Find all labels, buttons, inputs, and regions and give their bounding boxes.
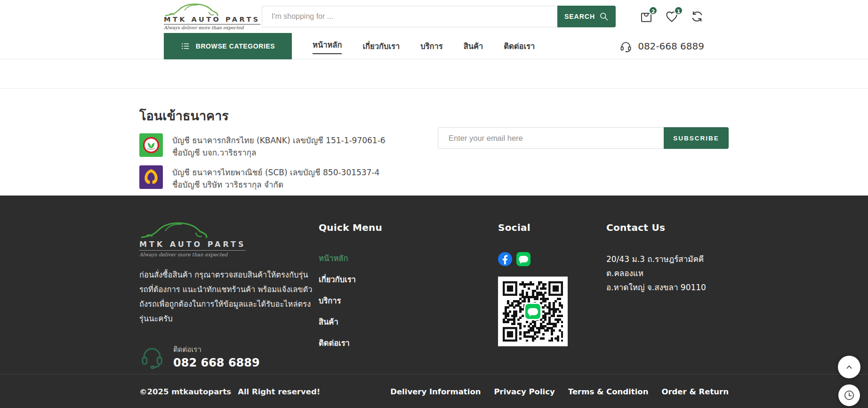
- footer: MTK AUTO PARTS Always deliver more than …: [0, 196, 868, 374]
- link-delivery-information[interactable]: Delivery Information: [390, 387, 481, 396]
- search-input[interactable]: [262, 6, 557, 27]
- search-button[interactable]: SEARCH: [557, 6, 616, 27]
- footer-social-column: Social: [498, 222, 606, 369]
- footer-headset-icon: [139, 344, 165, 369]
- contact-us-title: Contact Us: [606, 222, 729, 233]
- scb-account-number: บัญชี ธนาคารไทยพาณิชย์ (SCB) เลขบัญชี 85…: [172, 166, 379, 179]
- wishlist-button[interactable]: 1: [665, 9, 679, 24]
- recently-viewed-button[interactable]: [838, 384, 860, 406]
- quick-menu-title: Quick Menu: [319, 222, 498, 233]
- line-icon[interactable]: [516, 252, 530, 266]
- facebook-icon[interactable]: [498, 252, 512, 266]
- footer-link-services[interactable]: บริการ: [319, 294, 498, 307]
- nav-phone[interactable]: 082-668 6889: [619, 33, 704, 59]
- newsletter-email-input[interactable]: [438, 127, 664, 149]
- nav-item-contact[interactable]: ติดต่อเรา: [504, 40, 535, 52]
- kbank-account-name: ชื่อบัญชี บจก.วาริธรากุล: [172, 147, 386, 159]
- bank-row-kbank: บัญชี ธนาคารกสิกรไทย (KBANK) เลขบัญชี 15…: [139, 133, 386, 159]
- line-qr-code: [498, 277, 568, 346]
- search-button-label: SEARCH: [564, 13, 595, 20]
- search-box: SEARCH: [262, 6, 616, 27]
- browse-categories-label: BROWSE CATEGORIES: [196, 42, 275, 50]
- address-line-2: อ.หาดใหญ่ จ.สงขลา 90110: [606, 283, 706, 292]
- content-divider: [0, 59, 868, 89]
- logo-text: MTK AUTO PARTS: [164, 16, 260, 24]
- main-menu: หน้าหลัก เกี่ยวกับเรา บริการ สินค้า ติดต…: [313, 33, 535, 59]
- footer-car-logo-icon: [139, 222, 210, 240]
- scb-logo: [139, 165, 163, 189]
- subscribe-button[interactable]: SUBSCRIBE: [664, 127, 729, 149]
- address-line-1: 20/43 ม.3 ถ.ราษฎร์สามัคคี ต.คลองแห: [606, 254, 704, 278]
- footer-logo-tagline: Always deliver more than expected: [139, 252, 319, 257]
- footer-contact-us-column: Contact Us 20/43 ม.3 ถ.ราษฎร์สามัคคี ต.ค…: [606, 222, 729, 369]
- logo-tagline: Always deliver more than expected: [164, 25, 243, 30]
- nav-item-home[interactable]: หน้าหลัก: [313, 39, 342, 54]
- wishlist-count-badge: 1: [674, 6, 683, 15]
- nav-item-products[interactable]: สินค้า: [464, 40, 483, 52]
- bank-accounts: โอนเข้าธนาคาร บัญชี ธนาคารกสิกรไทย (KBAN…: [139, 106, 386, 197]
- cart-count-badge: 2: [649, 6, 658, 15]
- category-list-icon: [181, 41, 190, 51]
- footer-about-column: MTK AUTO PARTS Always deliver more than …: [139, 222, 319, 369]
- footer-contact[interactable]: ติดต่อเรา 082 668 6889: [139, 344, 319, 369]
- chevron-up-icon: [844, 362, 854, 372]
- bank-section-title: โอนเข้าธนาคาร: [139, 106, 386, 126]
- nav-bar: BROWSE CATEGORIES หน้าหลัก เกี่ยวกับเรา …: [0, 33, 868, 59]
- header: MTK AUTO PARTS Always deliver more than …: [0, 0, 868, 33]
- legal-links: Delivery Information Privacy Policy Term…: [390, 387, 729, 396]
- scroll-to-top-button[interactable]: [838, 356, 860, 378]
- bottom-bar: ©2025 mtkautopartsAll Right reserved! De…: [0, 374, 868, 408]
- bank-transfer-section: โอนเข้าธนาคาร บัญชี ธนาคารกสิกรไทย (KBAN…: [0, 89, 868, 196]
- nav-item-about[interactable]: เกี่ยวกับเรา: [362, 40, 400, 52]
- footer-link-home[interactable]: หน้าหลัก: [319, 252, 498, 264]
- header-icons: 2 1: [639, 9, 704, 24]
- browse-categories-button[interactable]: BROWSE CATEGORIES: [164, 33, 292, 59]
- footer-contact-phone: 082 668 6889: [173, 356, 260, 369]
- footer-link-contact[interactable]: ติดต่อเรา: [319, 337, 498, 349]
- kbank-account-number: บัญชี ธนาคารกสิกรไทย (KBANK) เลขบัญชี 15…: [172, 134, 386, 147]
- refresh-icon: [690, 9, 704, 24]
- nav-item-services[interactable]: บริการ: [420, 40, 442, 52]
- site-logo[interactable]: MTK AUTO PARTS Always deliver more than …: [164, 3, 247, 30]
- footer-contact-label: ติดต่อเรา: [173, 344, 260, 355]
- link-privacy-policy[interactable]: Privacy Policy: [494, 387, 555, 396]
- qr-line-badge-icon: [524, 302, 542, 320]
- cart-button[interactable]: 2: [639, 9, 653, 24]
- social-title: Social: [498, 222, 606, 233]
- copyright: ©2025 mtkautopartsAll Right reserved!: [139, 387, 320, 396]
- kbank-logo: [139, 133, 163, 157]
- link-terms-condition[interactable]: Terms & Condition: [568, 387, 649, 396]
- footer-logo-text: MTK AUTO PARTS: [139, 240, 246, 251]
- footer-description: ก่อนสั่งซื้อสินค้า กรุณาตรวจสอบสินค้าให้…: [139, 268, 316, 326]
- search-icon: [599, 12, 609, 21]
- footer-link-products[interactable]: สินค้า: [319, 316, 498, 328]
- clock-icon: [843, 389, 855, 401]
- footer-logo[interactable]: MTK AUTO PARTS Always deliver more than …: [139, 222, 319, 257]
- nav-phone-number: 082-668 6889: [638, 41, 704, 52]
- link-order-return[interactable]: Order & Return: [661, 387, 729, 396]
- footer-quick-menu-column: Quick Menu หน้าหลัก เกี่ยวกับเรา บริการ …: [319, 222, 498, 369]
- newsletter-form: SUBSCRIBE: [438, 127, 729, 149]
- scb-account-name: ชื่อบัญชี บริษัท วาริธรากุล จำกัด: [172, 179, 379, 191]
- compare-button[interactable]: [690, 9, 704, 24]
- headset-icon: [619, 40, 632, 53]
- bank-row-scb: บัญชี ธนาคารไทยพาณิชย์ (SCB) เลขบัญชี 85…: [139, 165, 386, 191]
- footer-link-about[interactable]: เกี่ยวกับเรา: [319, 273, 498, 286]
